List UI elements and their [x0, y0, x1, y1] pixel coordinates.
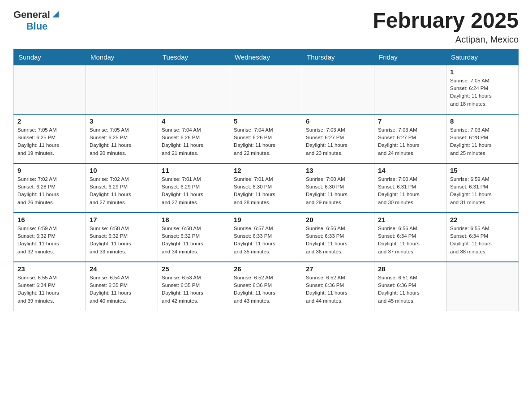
day-info: Sunrise: 7:03 AM Sunset: 6:28 PM Dayligh…: [450, 126, 515, 157]
day-info: Sunrise: 6:58 AM Sunset: 6:32 PM Dayligh…: [90, 225, 154, 256]
logo-blue-text: Blue: [26, 21, 48, 32]
calendar-day-cell: 27Sunrise: 6:52 AM Sunset: 6:36 PM Dayli…: [302, 262, 374, 311]
calendar-day-cell: 21Sunrise: 6:56 AM Sunset: 6:34 PM Dayli…: [374, 213, 446, 262]
calendar-day-cell: [230, 65, 302, 114]
day-info: Sunrise: 7:01 AM Sunset: 6:29 PM Dayligh…: [162, 176, 226, 206]
calendar-day-cell: 20Sunrise: 6:56 AM Sunset: 6:33 PM Dayli…: [302, 213, 374, 262]
day-info: Sunrise: 7:01 AM Sunset: 6:30 PM Dayligh…: [234, 176, 298, 206]
day-of-week-header: Tuesday: [158, 49, 230, 65]
calendar-body: 1Sunrise: 7:05 AM Sunset: 6:24 PM Daylig…: [14, 65, 519, 311]
day-number: 27: [306, 265, 370, 273]
calendar-day-cell: 18Sunrise: 6:58 AM Sunset: 6:32 PM Dayli…: [158, 213, 230, 262]
day-info: Sunrise: 6:52 AM Sunset: 6:36 PM Dayligh…: [306, 274, 370, 305]
day-number: 6: [306, 117, 370, 125]
day-info: Sunrise: 6:58 AM Sunset: 6:32 PM Dayligh…: [162, 225, 226, 256]
calendar-day-cell: 9Sunrise: 7:02 AM Sunset: 6:28 PM Daylig…: [14, 163, 86, 213]
day-header-row: SundayMondayTuesdayWednesdayThursdayFrid…: [14, 49, 519, 65]
calendar-day-cell: [158, 65, 230, 114]
calendar-day-cell: 28Sunrise: 6:51 AM Sunset: 6:36 PM Dayli…: [374, 262, 446, 311]
calendar-week-row: 1Sunrise: 7:05 AM Sunset: 6:24 PM Daylig…: [14, 65, 519, 114]
calendar-day-cell: 26Sunrise: 6:52 AM Sunset: 6:36 PM Dayli…: [230, 262, 302, 311]
calendar-day-cell: [374, 65, 446, 114]
day-info: Sunrise: 7:02 AM Sunset: 6:29 PM Dayligh…: [90, 176, 154, 206]
day-number: 1: [450, 68, 515, 76]
day-number: 5: [234, 117, 298, 125]
calendar-week-row: 23Sunrise: 6:55 AM Sunset: 6:34 PM Dayli…: [14, 262, 519, 311]
day-info: Sunrise: 6:52 AM Sunset: 6:36 PM Dayligh…: [234, 274, 298, 305]
day-number: 12: [234, 167, 298, 174]
title-block: February 2025 Actipan, Mexico: [373, 9, 519, 45]
day-number: 26: [234, 265, 298, 273]
day-info: Sunrise: 6:59 AM Sunset: 6:32 PM Dayligh…: [17, 225, 82, 256]
day-number: 23: [17, 265, 82, 273]
day-info: Sunrise: 7:05 AM Sunset: 6:24 PM Dayligh…: [450, 77, 515, 108]
day-number: 9: [17, 167, 82, 174]
day-number: 22: [450, 216, 515, 223]
day-number: 3: [90, 117, 154, 125]
calendar-day-cell: 15Sunrise: 6:59 AM Sunset: 6:31 PM Dayli…: [446, 163, 519, 213]
day-info: Sunrise: 7:05 AM Sunset: 6:25 PM Dayligh…: [90, 126, 154, 157]
day-number: 14: [378, 167, 442, 174]
calendar-day-cell: 24Sunrise: 6:54 AM Sunset: 6:35 PM Dayli…: [86, 262, 158, 311]
day-info: Sunrise: 7:04 AM Sunset: 6:26 PM Dayligh…: [234, 126, 298, 157]
svg-marker-0: [52, 11, 59, 17]
day-info: Sunrise: 6:57 AM Sunset: 6:33 PM Dayligh…: [234, 225, 298, 256]
day-number: 25: [162, 265, 226, 273]
calendar-day-cell: 1Sunrise: 7:05 AM Sunset: 6:24 PM Daylig…: [446, 65, 519, 114]
location-text: Actipan, Mexico: [373, 34, 519, 45]
calendar-day-cell: 13Sunrise: 7:00 AM Sunset: 6:30 PM Dayli…: [302, 163, 374, 213]
day-of-week-header: Saturday: [446, 49, 519, 65]
calendar-table: SundayMondayTuesdayWednesdayThursdayFrid…: [13, 49, 519, 312]
calendar-day-cell: 16Sunrise: 6:59 AM Sunset: 6:32 PM Dayli…: [14, 213, 86, 262]
day-number: 28: [378, 265, 442, 273]
calendar-day-cell: 5Sunrise: 7:04 AM Sunset: 6:26 PM Daylig…: [230, 114, 302, 163]
calendar-week-row: 16Sunrise: 6:59 AM Sunset: 6:32 PM Dayli…: [14, 213, 519, 262]
calendar-day-cell: 2Sunrise: 7:05 AM Sunset: 6:25 PM Daylig…: [14, 114, 86, 163]
calendar-header: SundayMondayTuesdayWednesdayThursdayFrid…: [14, 49, 519, 65]
calendar-day-cell: [14, 65, 86, 114]
month-title: February 2025: [373, 9, 519, 33]
logo-general-text: General: [13, 9, 50, 21]
day-number: 17: [90, 216, 154, 223]
day-number: 21: [378, 216, 442, 223]
day-of-week-header: Sunday: [14, 49, 86, 65]
calendar-day-cell: 14Sunrise: 7:00 AM Sunset: 6:31 PM Dayli…: [374, 163, 446, 213]
day-info: Sunrise: 7:04 AM Sunset: 6:26 PM Dayligh…: [162, 126, 226, 157]
day-info: Sunrise: 7:03 AM Sunset: 6:27 PM Dayligh…: [378, 126, 442, 157]
day-number: 4: [162, 117, 226, 125]
day-info: Sunrise: 6:54 AM Sunset: 6:35 PM Dayligh…: [90, 274, 154, 305]
calendar-day-cell: [302, 65, 374, 114]
day-info: Sunrise: 7:02 AM Sunset: 6:28 PM Dayligh…: [17, 176, 82, 206]
day-info: Sunrise: 6:55 AM Sunset: 6:34 PM Dayligh…: [450, 225, 515, 256]
day-info: Sunrise: 7:00 AM Sunset: 6:31 PM Dayligh…: [378, 176, 442, 206]
calendar-day-cell: 25Sunrise: 6:53 AM Sunset: 6:35 PM Dayli…: [158, 262, 230, 311]
day-of-week-header: Monday: [86, 49, 158, 65]
day-number: 15: [450, 167, 515, 174]
calendar-day-cell: 8Sunrise: 7:03 AM Sunset: 6:28 PM Daylig…: [446, 114, 519, 163]
day-number: 7: [378, 117, 442, 125]
calendar-day-cell: 3Sunrise: 7:05 AM Sunset: 6:25 PM Daylig…: [86, 114, 158, 163]
calendar-day-cell: 11Sunrise: 7:01 AM Sunset: 6:29 PM Dayli…: [158, 163, 230, 213]
day-number: 11: [162, 167, 226, 174]
calendar-week-row: 9Sunrise: 7:02 AM Sunset: 6:28 PM Daylig…: [14, 163, 519, 213]
calendar-day-cell: 17Sunrise: 6:58 AM Sunset: 6:32 PM Dayli…: [86, 213, 158, 262]
day-number: 2: [17, 117, 82, 125]
calendar-day-cell: 22Sunrise: 6:55 AM Sunset: 6:34 PM Dayli…: [446, 213, 519, 262]
day-number: 20: [306, 216, 370, 223]
day-info: Sunrise: 6:59 AM Sunset: 6:31 PM Dayligh…: [450, 176, 515, 206]
calendar-week-row: 2Sunrise: 7:05 AM Sunset: 6:25 PM Daylig…: [14, 114, 519, 163]
calendar-day-cell: 12Sunrise: 7:01 AM Sunset: 6:30 PM Dayli…: [230, 163, 302, 213]
calendar-day-cell: [86, 65, 158, 114]
day-number: 8: [450, 117, 515, 125]
day-info: Sunrise: 6:51 AM Sunset: 6:36 PM Dayligh…: [378, 274, 442, 305]
day-info: Sunrise: 6:56 AM Sunset: 6:33 PM Dayligh…: [306, 225, 370, 256]
day-info: Sunrise: 7:05 AM Sunset: 6:25 PM Dayligh…: [17, 126, 82, 157]
calendar-day-cell: 19Sunrise: 6:57 AM Sunset: 6:33 PM Dayli…: [230, 213, 302, 262]
calendar-day-cell: 7Sunrise: 7:03 AM Sunset: 6:27 PM Daylig…: [374, 114, 446, 163]
calendar-day-cell: 23Sunrise: 6:55 AM Sunset: 6:34 PM Dayli…: [14, 262, 86, 311]
logo: General Blue: [13, 9, 60, 32]
day-info: Sunrise: 7:00 AM Sunset: 6:30 PM Dayligh…: [306, 176, 370, 206]
day-number: 18: [162, 216, 226, 223]
calendar-day-cell: 6Sunrise: 7:03 AM Sunset: 6:27 PM Daylig…: [302, 114, 374, 163]
day-info: Sunrise: 6:53 AM Sunset: 6:35 PM Dayligh…: [162, 274, 226, 305]
